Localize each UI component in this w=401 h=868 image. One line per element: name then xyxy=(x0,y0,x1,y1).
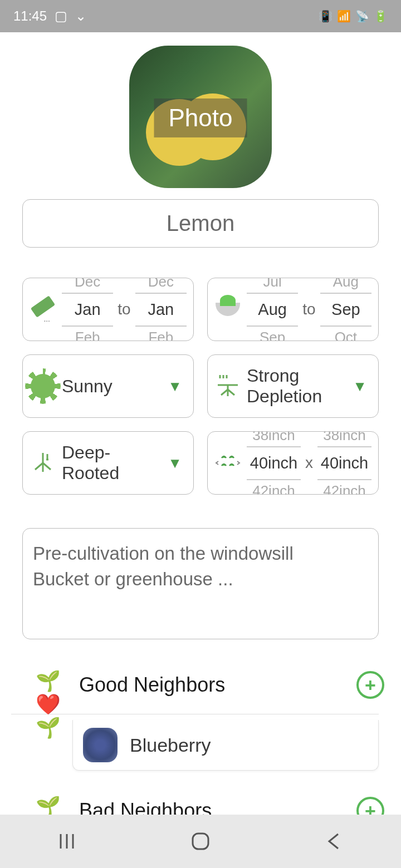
root-icon xyxy=(30,450,56,476)
sun-icon xyxy=(30,373,56,400)
chevron-down-icon: ▼ xyxy=(168,378,182,395)
sow-period-picker[interactable]: Dec Jan Feb to Dec Jan Feb xyxy=(22,278,194,341)
depletion-dropdown[interactable]: Strong Depletion ▼ xyxy=(207,354,379,418)
status-time: 11:45 xyxy=(13,8,47,24)
photo-label: Photo xyxy=(154,98,247,137)
add-good-neighbor-button[interactable]: + xyxy=(356,671,384,699)
root-depth-dropdown[interactable]: Deep-Rooted ▼ xyxy=(22,431,194,495)
harvest-period-picker[interactable]: Jul Aug Sep to Aug Sep Oct xyxy=(207,278,379,341)
check-icon: ⌄ xyxy=(75,8,86,24)
good-neighbors-icon: 🌱❤️🌱 xyxy=(36,669,67,701)
neighbor-item[interactable]: Blueberry xyxy=(72,720,379,771)
depletion-icon xyxy=(214,373,241,400)
status-icons: 📳 📶 📡 🔋 xyxy=(319,9,388,23)
back-button[interactable] xyxy=(323,830,345,852)
recents-button[interactable] xyxy=(56,830,78,852)
plant-name-input[interactable]: Lemon xyxy=(22,199,379,248)
plant-photo[interactable]: Photo xyxy=(129,46,272,188)
light-dropdown[interactable]: Sunny ▼ xyxy=(22,354,194,418)
gallery-icon: ▢ xyxy=(55,8,67,24)
svg-rect-0 xyxy=(193,834,208,849)
status-bar: 11:45 ▢ ⌄ 📳 📶 📡 🔋 xyxy=(0,0,401,32)
system-navbar xyxy=(0,815,401,868)
notes-field[interactable]: Pre-cultivation on the windowsill Bucket… xyxy=(22,528,379,639)
signal-icon: 📡 xyxy=(355,9,369,23)
good-neighbors-header: 🌱❤️🌱 Good Neighbors + xyxy=(22,662,379,708)
vibrate-icon: 📳 xyxy=(319,9,332,23)
battery-icon: 🔋 xyxy=(374,9,388,23)
spacing-icon xyxy=(214,450,241,476)
chevron-down-icon: ▼ xyxy=(353,378,367,395)
home-button[interactable] xyxy=(189,830,212,852)
wifi-icon: 📶 xyxy=(337,9,351,23)
chevron-down-icon: ▼ xyxy=(168,455,182,472)
harvest-icon xyxy=(214,296,241,323)
blueberry-thumb xyxy=(83,728,118,762)
seed-icon xyxy=(30,296,56,323)
spacing-picker[interactable]: 38inch 40inch 42inch x 38inch 40inch 42i… xyxy=(207,431,379,495)
divider xyxy=(11,714,379,714)
